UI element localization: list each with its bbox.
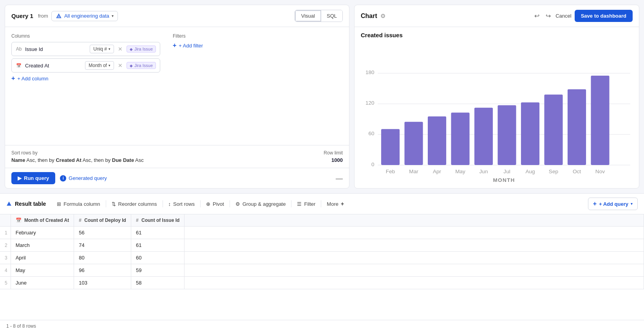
- chart-subtitle: Created issues: [355, 27, 639, 38]
- separator-2: [163, 200, 163, 207]
- column-type-icon-cal: 📅: [16, 63, 22, 68]
- chart-title: Chart: [361, 13, 377, 20]
- chevron-down-icon: ▾: [112, 14, 114, 18]
- col-header-issue: # Count of Issue Id: [131, 214, 184, 227]
- col-header-empty: [185, 214, 644, 227]
- separator-4: [230, 200, 230, 207]
- filters-label: Filters: [173, 33, 343, 39]
- svg-text:Jul: Jul: [503, 169, 510, 174]
- table-row: 4 May 96 59: [0, 264, 644, 277]
- column-remove-created-at[interactable]: ✕: [117, 62, 123, 69]
- query-body: Columns Ab Issue Id Uniq # ▾ ✕ ◆ Jira Is…: [5, 27, 349, 145]
- cell-month-2: March: [11, 239, 74, 252]
- formula-column-button[interactable]: ⊞ Formula column: [52, 199, 105, 209]
- cell-issue-1: 61: [131, 227, 184, 239]
- table-row: 3 April 80 60: [0, 252, 644, 264]
- add-filter-button[interactable]: + + Add filter: [173, 42, 343, 49]
- sort-label: Sort rows by: [11, 150, 317, 156]
- row-num-2: 2: [0, 239, 11, 252]
- col-header-deploy: # Count of Deploy Id: [74, 214, 131, 227]
- cell-month-4: May: [11, 264, 74, 277]
- calendar-icon-header: 📅: [16, 218, 22, 223]
- query-footer: ▶ Run query i Generated query —: [5, 168, 349, 188]
- svg-text:Mar: Mar: [409, 169, 418, 174]
- cancel-button[interactable]: Cancel: [555, 13, 571, 19]
- column-type-icon-ab: Ab: [16, 46, 22, 52]
- plus-icon-filter: +: [173, 42, 176, 49]
- cell-month-3: April: [11, 252, 74, 264]
- save-to-dashboard-button[interactable]: Save to dashboard: [575, 10, 633, 22]
- table-row: 2 March 74 61: [0, 239, 644, 252]
- cell-issue-2: 61: [131, 239, 184, 252]
- svg-text:May: May: [455, 169, 465, 174]
- play-icon: ▶: [18, 175, 22, 181]
- result-area: Result table ⊞ Formula column ⇅ Reorder …: [0, 193, 644, 332]
- reorder-columns-button[interactable]: ⇅ Reorder columns: [107, 199, 162, 209]
- add-column-button[interactable]: + + Add column: [11, 75, 160, 82]
- generated-query-link[interactable]: i Generated query: [60, 175, 107, 181]
- formula-icon: ⊞: [57, 201, 61, 207]
- svg-text:180: 180: [365, 69, 374, 75]
- data-source-button[interactable]: All engineering data ▾: [51, 11, 118, 21]
- gear-icon[interactable]: ⚙: [380, 13, 385, 20]
- bar-may: [451, 112, 470, 165]
- bar-jul: [497, 105, 516, 165]
- plus-icon-query: +: [593, 200, 597, 207]
- cell-issue-3: 60: [131, 252, 184, 264]
- table-row: 5 June 103 58: [0, 277, 644, 289]
- query-title: Query 1: [11, 13, 33, 19]
- info-icon: i: [60, 175, 66, 181]
- svg-text:Aug: Aug: [525, 169, 535, 174]
- column-type-label-1: Month of: [89, 63, 107, 68]
- data-source-label: All engineering data: [64, 13, 109, 19]
- cell-deploy-5: 103: [74, 277, 131, 289]
- table-row: 1 February 56 61: [0, 227, 644, 239]
- columns-label: Columns: [11, 33, 160, 39]
- sort-rows-button[interactable]: ↕ Sort rows: [164, 199, 199, 209]
- column-type-select-created-at[interactable]: Month of ▾: [85, 61, 114, 70]
- filter-button[interactable]: ☰ Filter: [292, 199, 320, 209]
- cell-empty-5: [185, 277, 644, 289]
- cell-empty-4: [185, 264, 644, 277]
- cell-deploy-3: 80: [74, 252, 131, 264]
- col-header-month: 📅 Month of Created At: [11, 214, 74, 227]
- run-query-button[interactable]: ▶ Run query: [11, 172, 55, 184]
- add-query-button[interactable]: + + Add query ▾: [588, 198, 638, 210]
- plus-more-icon: +: [341, 201, 344, 207]
- row-num-4: 4: [0, 264, 11, 277]
- pivot-icon: ⊕: [206, 201, 210, 207]
- bar-aug: [521, 102, 539, 165]
- chevron-down-icon-query: ▾: [631, 202, 633, 206]
- column-type-select-issue-id[interactable]: Uniq # ▾: [90, 45, 114, 53]
- separator-5: [291, 200, 291, 207]
- hash-icon-deploy: #: [79, 218, 81, 223]
- svg-text:Nov: Nov: [595, 169, 605, 174]
- hash-icon-issue: #: [136, 218, 139, 223]
- redo-button[interactable]: ↪: [544, 11, 552, 21]
- result-table-content: 📅 Month of Created At # Count of Deploy …: [0, 214, 644, 320]
- svg-text:120: 120: [365, 100, 374, 106]
- collapse-button[interactable]: —: [336, 175, 343, 182]
- pivot-button[interactable]: ⊕ Pivot: [201, 199, 229, 209]
- cell-issue-5: 58: [131, 277, 184, 289]
- atlas-icon: [6, 201, 12, 207]
- column-remove-issue-id[interactable]: ✕: [117, 45, 123, 53]
- more-button[interactable]: More +: [322, 198, 349, 209]
- column-row-issue-id: Ab Issue Id Uniq # ▾ ✕ ◆ Jira Issue: [11, 42, 160, 56]
- svg-text:MONTH: MONTH: [493, 177, 515, 183]
- visual-view-button[interactable]: Visual: [295, 10, 321, 22]
- table-header-row: 📅 Month of Created At # Count of Deploy …: [0, 214, 644, 227]
- cell-deploy-2: 74: [74, 239, 131, 252]
- cell-deploy-4: 96: [74, 264, 131, 277]
- bar-apr: [428, 116, 446, 165]
- query-panel: Query 1 from All engineering data ▾ Visu…: [5, 5, 349, 189]
- group-aggregate-button[interactable]: ⚙ Group & aggregate: [231, 199, 291, 209]
- sort-icon: ↕: [168, 201, 171, 207]
- row-limit-value: 1000: [331, 157, 343, 163]
- column-badge-created-at: ◆ Jira Issue: [127, 62, 156, 69]
- undo-button[interactable]: ↩: [533, 11, 541, 21]
- sql-view-button[interactable]: SQL: [321, 10, 342, 22]
- view-toggle: Visual SQL: [295, 10, 343, 22]
- bar-mar: [405, 122, 423, 165]
- cell-month-5: June: [11, 277, 74, 289]
